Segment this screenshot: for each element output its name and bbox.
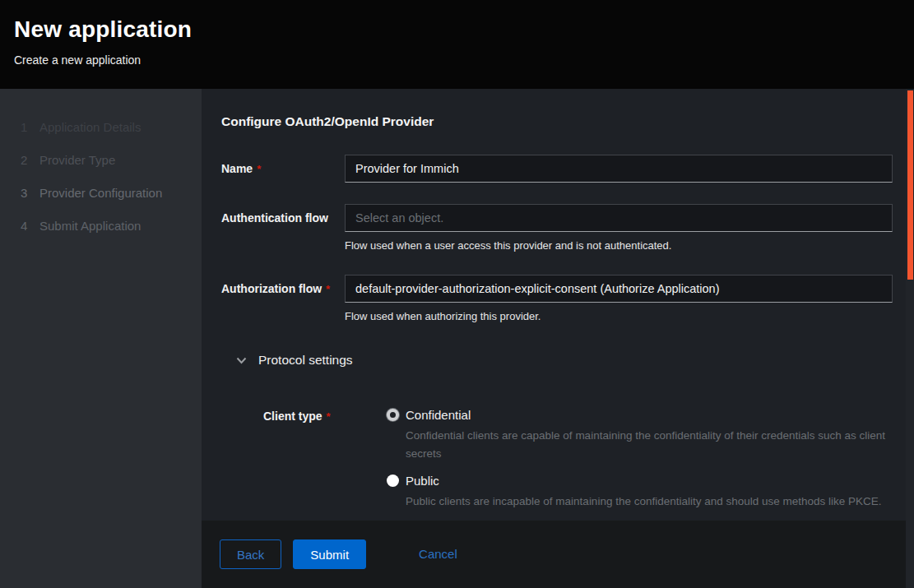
- required-asterisk: *: [326, 283, 330, 295]
- radio-confidential[interactable]: [387, 409, 399, 421]
- step-number: 1: [21, 120, 39, 134]
- required-asterisk: *: [327, 410, 331, 423]
- wizard-main-panel: Configure OAuth2/OpenId Provider Name* A…: [202, 89, 914, 588]
- authentication-flow-select[interactable]: [345, 204, 893, 232]
- radio-public-label[interactable]: Public: [406, 474, 439, 488]
- authorization-flow-select[interactable]: [345, 275, 893, 303]
- name-input[interactable]: [345, 155, 893, 183]
- radio-public-description: Public clients are incapable of maintain…: [406, 493, 887, 511]
- protocol-settings-body: Client type* Confidential Confidential c…: [221, 408, 893, 521]
- sidebar-step-submit-application[interactable]: 4 Submit Application: [0, 209, 202, 242]
- step-number: 3: [21, 186, 39, 200]
- wizard-footer: Back Submit Cancel: [202, 521, 914, 588]
- authorization-flow-label: Authorization flow*: [221, 275, 345, 323]
- radio-option-confidential: Confidential Confidential clients are ca…: [387, 408, 893, 463]
- back-button[interactable]: Back: [220, 539, 281, 569]
- required-asterisk: *: [257, 163, 261, 175]
- radio-public[interactable]: [387, 475, 399, 487]
- submit-button[interactable]: Submit: [293, 539, 366, 569]
- authorization-flow-help: Flow used when authorizing this provider…: [345, 310, 893, 323]
- wizard-body: 1 Application Details 2 Provider Type 3 …: [0, 89, 914, 588]
- wizard-steps-sidebar: 1 Application Details 2 Provider Type 3 …: [0, 89, 202, 588]
- authentication-flow-help: Flow used when a user access this provid…: [345, 239, 893, 252]
- radio-confidential-description: Confidential clients are capable of main…: [406, 427, 887, 463]
- client-type-row: Client type* Confidential Confidential c…: [263, 408, 893, 521]
- step-label: Application Details: [39, 120, 141, 134]
- form-heading: Configure OAuth2/OpenId Provider: [221, 114, 893, 129]
- radio-confidential-label[interactable]: Confidential: [406, 408, 471, 422]
- cancel-link[interactable]: Cancel: [419, 539, 457, 561]
- sidebar-step-provider-configuration[interactable]: 3 Provider Configuration: [0, 176, 202, 209]
- wizard-header: New application Create a new application: [0, 0, 914, 89]
- chevron-down-icon: [236, 357, 247, 364]
- authorization-flow-row: Authorization flow* Flow used when autho…: [221, 275, 893, 323]
- provider-config-form: Configure OAuth2/OpenId Provider Name* A…: [202, 89, 914, 521]
- client-type-label: Client type*: [263, 408, 387, 521]
- protocol-settings-toggle[interactable]: Protocol settings: [236, 353, 893, 368]
- step-label: Submit Application: [39, 219, 141, 233]
- name-label: Name*: [221, 155, 345, 183]
- step-number: 4: [21, 219, 39, 233]
- scrollbar-track[interactable]: [906, 89, 914, 588]
- radio-option-public: Public Public clients are incapable of m…: [387, 474, 893, 511]
- step-label: Provider Type: [39, 153, 115, 167]
- sidebar-step-application-details[interactable]: 1 Application Details: [0, 110, 202, 143]
- page-title: New application: [14, 16, 914, 43]
- scrollbar-thumb[interactable]: [907, 90, 913, 280]
- step-number: 2: [21, 153, 39, 167]
- authentication-flow-row: Authentication flow Flow used when a use…: [221, 204, 893, 252]
- authentication-flow-label: Authentication flow: [221, 204, 345, 252]
- step-label: Provider Configuration: [39, 186, 162, 200]
- page-subtitle: Create a new application: [14, 53, 914, 67]
- sidebar-step-provider-type[interactable]: 2 Provider Type: [0, 143, 202, 176]
- protocol-settings-label: Protocol settings: [258, 353, 353, 368]
- name-field-row: Name*: [221, 155, 893, 183]
- client-type-radio-group: Confidential Confidential clients are ca…: [387, 408, 893, 521]
